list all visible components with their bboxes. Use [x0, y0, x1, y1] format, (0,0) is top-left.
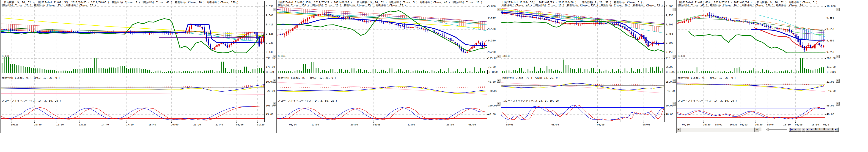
volume-axis-label: 115.00: [827, 66, 836, 69]
chart-tool-button-6[interactable]: D: [814, 127, 818, 131]
collapse-pane-button[interactable]: ▼: [836, 55, 840, 59]
scroll-right-button[interactable]: ▶: [755, 127, 759, 132]
price-axis-label: 9,850: [827, 16, 834, 19]
stoch-axis-label: 95.00: [827, 104, 834, 107]
pane-frames: [1, 1, 266, 123]
price-axis-label: 9,300: [666, 42, 673, 44]
collapse-pane-button[interactable]: ▼: [497, 102, 500, 106]
collapse-pane-button[interactable]: ▼: [497, 79, 500, 83]
x-axis-label: 08/06: [468, 123, 476, 126]
price-axis-label: 9,650: [827, 28, 834, 31]
chart-window-60min: 日経225mini 11/09( 60分, 2011/07/29 - 2011/…: [676, 0, 840, 133]
x-axis-label: 18:40: [149, 123, 156, 126]
chart-window-15min: 日経225mini 11/09( 15分, 2011/07/29 - 2011/…: [277, 0, 501, 133]
x-axis-label: 13:20: [79, 123, 86, 126]
macd-axis-label: 21.00: [827, 81, 834, 83]
chart-tool-button-11[interactable]: ▶|: [834, 127, 839, 131]
chart-plot-area[interactable]: [1, 0, 276, 127]
stoch-axis-label: 45.00: [488, 113, 496, 116]
price-axis-label: 10,050: [827, 5, 836, 8]
x-axis-label: 01:20: [257, 123, 265, 126]
x-axis-label: 14:40: [101, 123, 109, 126]
collapse-pane-button[interactable]: ▼: [497, 8, 500, 11]
collapse-pane-button[interactable]: ▼: [273, 8, 276, 11]
chart-tool-button-7[interactable]: L: [818, 127, 822, 131]
x-axis-label: 21:20: [193, 123, 201, 126]
x-axis-label: 08/05: [795, 123, 803, 126]
price-axis-label: 9,140: [266, 51, 273, 53]
collapse-pane-button[interactable]: ▼: [273, 102, 276, 106]
chart-tool-button-10[interactable]: X: [830, 127, 835, 131]
collapse-pane-button[interactable]: ▼: [672, 79, 676, 83]
chart-tool-button-5[interactable]: ▶: [810, 127, 814, 131]
price-axis-label: 9,230: [266, 42, 273, 44]
x-axis-label: 08/05: [597, 123, 604, 126]
collapse-pane-button[interactable]: ▼: [836, 102, 840, 106]
stochastics-pane-series: [501, 105, 664, 120]
x-axis-label: 12:00: [56, 123, 64, 126]
zoom-slider-handle[interactable]: [767, 128, 769, 131]
x-axis-label: 10:40: [34, 123, 41, 126]
x-axis-label: 20:00: [350, 123, 358, 126]
chart-tool-button-0[interactable]: |◀: [789, 127, 793, 131]
price-axis-label: 9,320: [266, 33, 273, 35]
chart-tool-button-1[interactable]: +: [793, 127, 798, 131]
macd-axis-label: -20.00: [266, 90, 275, 92]
price-axis-label: 9,500: [266, 14, 273, 17]
macd-pane-series: [1, 84, 265, 94]
price-axis-label: 9,200: [488, 51, 496, 53]
stochastics-pane-series: [1, 107, 265, 120]
price-axis-label: 9,350: [488, 39, 496, 42]
x-axis-label: 08/02: [715, 123, 722, 126]
price-axis-label: 9,590: [266, 5, 273, 8]
x-axis-label: 08/06: [236, 123, 244, 126]
pane-frames: [501, 1, 666, 123]
x-axis-label: 16:30: [811, 123, 819, 126]
collapse-pane-button[interactable]: ▼: [273, 55, 276, 59]
macd-histogram: [2, 85, 264, 88]
volume-bars: [502, 60, 663, 73]
volume-bars: [678, 58, 824, 73]
collapse-pane-button[interactable]: ▼: [672, 102, 676, 106]
chart-tool-button-9[interactable]: ⊕: [826, 127, 830, 131]
x-axis-label: 08/04: [767, 123, 774, 126]
chart-tool-button-3[interactable]: ✛: [801, 127, 806, 131]
stochastics-pane-series: [277, 107, 487, 120]
collapse-pane-button[interactable]: ▼: [836, 8, 840, 11]
price-axis-label: 9,650: [488, 16, 496, 19]
macd-histogram: [278, 86, 485, 88]
price-axis-label: 9,150: [666, 51, 673, 53]
chart-plot-area[interactable]: [277, 0, 501, 127]
moving-average-lines: [277, 9, 487, 53]
lagging-span-line: [1, 18, 265, 53]
collapse-pane-button[interactable]: ▼: [672, 55, 676, 59]
x-axis-label: 08/03: [506, 123, 513, 126]
chart-plot-area[interactable]: [677, 0, 840, 127]
chart-tool-button-4[interactable]: ▪: [805, 127, 810, 131]
collapse-pane-button[interactable]: ▼: [672, 8, 676, 11]
chart-plot-area[interactable]: [501, 0, 676, 127]
zoom-slider[interactable]: [766, 129, 787, 130]
gridlines: [1, 2, 265, 122]
chart-tool-button-2[interactable]: −: [797, 127, 802, 131]
macd-axis-label: -49.00: [827, 90, 836, 92]
x-axis-label: 08/05: [373, 123, 380, 126]
ichimoku-cloud: [277, 7, 487, 31]
scroll-left-button[interactable]: ◀: [677, 127, 681, 132]
stoch-axis-label: 45.00: [266, 113, 273, 116]
macd-axis-label: -20.00: [488, 90, 497, 92]
lagging-span-line: [277, 10, 487, 51]
price-axis-label: 9,500: [488, 28, 496, 31]
macd-histogram: [503, 84, 661, 86]
x-axis-label: 22:40: [215, 123, 223, 126]
price-axis-label: 9,900: [666, 5, 673, 8]
horizontal-scrollbar[interactable]: ◀ ▶: [677, 127, 762, 131]
x-axis-label: 16:30: [730, 123, 737, 126]
price-axis-label: 9,250: [827, 51, 834, 53]
collapse-pane-button[interactable]: ▼: [836, 79, 840, 83]
scrollbar-thumb[interactable]: [681, 127, 754, 132]
price-axis-label: 9,750: [666, 14, 673, 17]
collapse-pane-button[interactable]: ▼: [273, 79, 276, 83]
collapse-pane-button[interactable]: ▼: [497, 55, 500, 59]
chart-tool-button-8[interactable]: B: [822, 127, 826, 131]
